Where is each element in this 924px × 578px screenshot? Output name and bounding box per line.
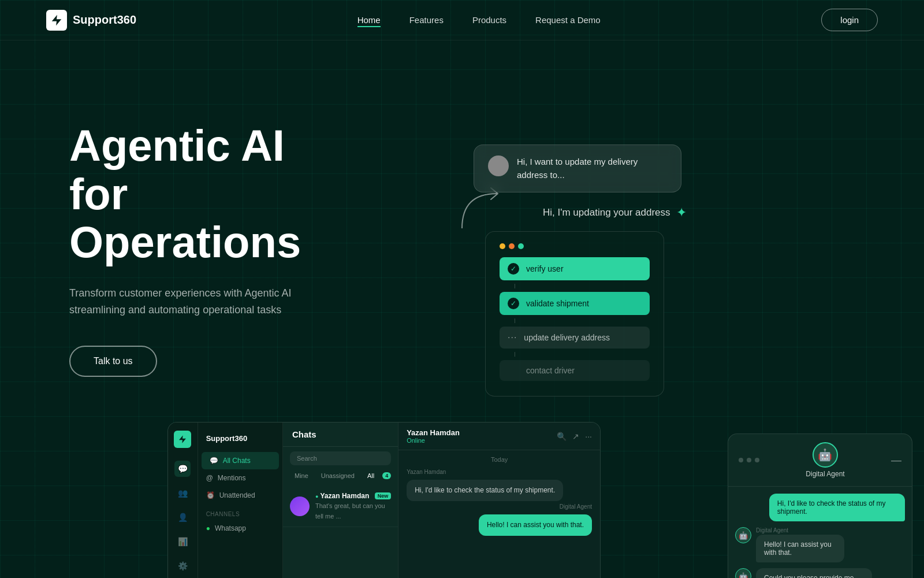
share-icon[interactable]: ↗ bbox=[572, 432, 579, 441]
da-messages: Hi, I'd like to check the status of my s… bbox=[728, 487, 912, 578]
da-agent-label-1: Digital Agent bbox=[756, 527, 869, 533]
nav-item-products[interactable]: Products bbox=[472, 15, 506, 25]
hero-subtitle: Transform customer experiences with Agen… bbox=[69, 285, 300, 318]
sidebar-contacts-icon[interactable]: 👤 bbox=[174, 509, 191, 525]
check-icon-2: ✓ bbox=[508, 298, 519, 309]
nav-mentions[interactable]: @ Mentions bbox=[198, 469, 282, 487]
conv-user-info: Yazan Hamdan Online bbox=[407, 428, 460, 444]
tab-mine[interactable]: Mine bbox=[290, 470, 313, 481]
chat-tabs: Mine Unassigned All 4 bbox=[283, 470, 398, 481]
sidebar-analytics-icon[interactable]: 📊 bbox=[174, 533, 191, 550]
step-validate-shipment: ✓ validate shipment bbox=[500, 292, 650, 315]
search-bar[interactable]: Search bbox=[290, 451, 391, 465]
nav-all-chats[interactable]: 💬 All Chats bbox=[202, 452, 279, 469]
logo-icon bbox=[46, 10, 67, 31]
nav-item-demo[interactable]: Request a Demo bbox=[535, 15, 601, 25]
conv-actions: 🔍 ↗ ··· bbox=[557, 432, 592, 441]
agent-msg-label: Digital Agent bbox=[398, 503, 600, 512]
chats-title: Chats bbox=[292, 429, 316, 439]
nav-whatsapp[interactable]: ● Whatsapp bbox=[198, 520, 282, 537]
window-controls bbox=[500, 243, 650, 249]
login-button[interactable]: login bbox=[821, 9, 878, 31]
hero-right: Hi, I want to update my delivery address… bbox=[370, 87, 855, 578]
brand-name: Support360 bbox=[73, 13, 136, 27]
step-label-3: update delivery address bbox=[524, 333, 610, 342]
contact-preview: That's great, but can you tell me ... bbox=[315, 502, 385, 520]
da-dot-2 bbox=[747, 458, 751, 462]
da-dot-3 bbox=[755, 458, 759, 462]
da-user-message: Hi, I'd like to check the status of my s… bbox=[769, 494, 905, 521]
chat-app-preview: 💬 👥 👤 📊 ⚙️ Support360 💬 All Chats @ Ment… bbox=[167, 422, 601, 578]
sidebar-users-icon[interactable]: 👥 bbox=[174, 485, 191, 501]
navbar: Support360 Home Features Products Reques… bbox=[0, 0, 924, 40]
step-connector-2 bbox=[515, 318, 515, 323]
contact-avatar bbox=[290, 497, 310, 516]
ai-response-text: Hi, I'm updating your address bbox=[543, 207, 670, 218]
step-connector-3 bbox=[515, 352, 515, 357]
unattended-icon: ⏰ bbox=[206, 491, 215, 499]
dot-orange bbox=[509, 243, 515, 249]
da-agent-avatar: 🤖 bbox=[813, 442, 838, 468]
app-sidebar: 💬 👥 👤 📊 ⚙️ bbox=[168, 423, 198, 578]
step-label-2: validate shipment bbox=[526, 299, 589, 308]
conv-user-name: Yazan Hamdan bbox=[407, 428, 460, 437]
da-minimize-button[interactable]: — bbox=[891, 454, 901, 466]
products-link[interactable]: Products bbox=[472, 15, 506, 25]
chat-list-item[interactable]: ● Yazan Hamdan New That's great, but can… bbox=[283, 486, 398, 527]
step-connector-1 bbox=[515, 284, 515, 288]
hero-title: Agentic AI for Operations bbox=[69, 121, 370, 266]
conv-status: Online bbox=[407, 437, 460, 444]
talk-to-us-button[interactable]: Talk to us bbox=[69, 346, 157, 377]
conv-date: Today bbox=[398, 450, 600, 469]
sidebar-settings-icon[interactable]: ⚙️ bbox=[174, 558, 191, 574]
da-window-controls bbox=[739, 458, 759, 462]
mentions-icon: @ bbox=[206, 474, 213, 482]
digital-agent-widget: 🤖 Digital Agent — Hi, I'd like to check … bbox=[728, 433, 912, 578]
more-icon[interactable]: ··· bbox=[585, 432, 592, 441]
nav-links: Home Features Products Request a Demo bbox=[357, 15, 601, 25]
features-link[interactable]: Features bbox=[409, 15, 444, 25]
app-brand-name: Support360 bbox=[198, 429, 282, 447]
da-agent-reply-2: 🤖 Could you please provide me with your … bbox=[735, 568, 905, 578]
step-label-4: contact driver bbox=[526, 366, 575, 375]
conversation-header: Yazan Hamdan Online 🔍 ↗ ··· bbox=[398, 423, 600, 450]
step-label-1: verify user bbox=[526, 264, 564, 273]
nav-unattended[interactable]: ⏰ Unattended bbox=[198, 487, 282, 504]
agent-msg-bubble: Hello! I can assist you with that. bbox=[479, 514, 592, 536]
user-avatar bbox=[488, 155, 509, 176]
whatsapp-icon: ● bbox=[206, 524, 210, 532]
search-conv-icon[interactable]: 🔍 bbox=[557, 432, 567, 441]
sidebar-chat-icon[interactable]: 💬 bbox=[174, 461, 191, 477]
process-steps-card: ✓ verify user ✓ validate shipment ··· up… bbox=[485, 231, 664, 397]
user-chat-bubble: Hi, I want to update my delivery address… bbox=[474, 144, 681, 192]
dot-green-ctrl bbox=[518, 243, 524, 249]
user-message-text: Hi, I want to update my delivery address… bbox=[517, 155, 667, 181]
demo-link[interactable]: Request a Demo bbox=[535, 15, 601, 25]
home-link[interactable]: Home bbox=[357, 15, 381, 27]
conversation-panel: Yazan Hamdan Online 🔍 ↗ ··· Today Yazan … bbox=[398, 423, 600, 578]
da-agent-icon-2: 🤖 bbox=[735, 568, 751, 578]
step-update-address: ··· update delivery address bbox=[500, 327, 650, 349]
da-agent-icon-1: 🤖 bbox=[735, 527, 751, 543]
tab-all[interactable]: All bbox=[363, 470, 379, 481]
check-icon-1: ✓ bbox=[508, 263, 519, 275]
hero-section: Agentic AI for Operations Transform cust… bbox=[0, 40, 924, 578]
chats-header: Chats bbox=[283, 423, 398, 447]
da-dot-1 bbox=[739, 458, 743, 462]
all-chats-icon: 💬 bbox=[210, 457, 218, 465]
channels-section-title: Channels bbox=[198, 504, 282, 520]
logo: Support360 bbox=[46, 10, 136, 31]
da-agent-name: Digital Agent bbox=[806, 470, 844, 478]
app-logo-icon bbox=[174, 431, 191, 448]
nav-item-home[interactable]: Home bbox=[357, 15, 381, 25]
da-agent-text-2: Could you please provide me with your or… bbox=[756, 568, 872, 578]
da-header: 🤖 Digital Agent — bbox=[728, 434, 912, 487]
nav-item-features[interactable]: Features bbox=[409, 15, 444, 25]
tab-unassigned[interactable]: Unassigned bbox=[316, 470, 359, 481]
da-agent-info: 🤖 Digital Agent bbox=[806, 442, 844, 478]
left-nav: Support360 💬 All Chats @ Mentions ⏰ Unat… bbox=[198, 423, 283, 578]
step-verify-user: ✓ verify user bbox=[500, 257, 650, 280]
dot-yellow bbox=[500, 243, 505, 249]
contact-name: ● Yazan Hamdan bbox=[315, 492, 369, 500]
ai-response: Hi, I'm updating your address ✦ bbox=[543, 205, 687, 220]
